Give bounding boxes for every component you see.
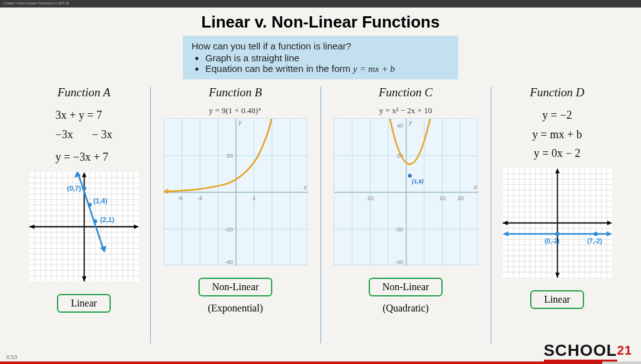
svg-text:x: x bbox=[303, 184, 307, 191]
svg-text:-10: -10 bbox=[366, 195, 374, 201]
svg-text:(0,-2): (0,-2) bbox=[545, 238, 560, 245]
svg-text:(7,-2): (7,-2) bbox=[587, 238, 602, 245]
divider-2 bbox=[320, 87, 321, 343]
svg-point-139 bbox=[593, 232, 598, 236]
fn-d-title: Function D bbox=[530, 86, 584, 99]
divider-1 bbox=[150, 87, 151, 343]
info-box: How can you tell if a function is linear… bbox=[183, 36, 458, 79]
fn-b-title: Function B bbox=[209, 86, 262, 99]
divider-3 bbox=[491, 87, 491, 343]
svg-text:(2,1): (2,1) bbox=[100, 216, 115, 223]
fn-d-graph: (0,-2) (7,-2) bbox=[503, 168, 612, 278]
svg-text:-6: -6 bbox=[178, 195, 183, 201]
fn-b-equation: y = 9(1 + 0.48)ˣ bbox=[209, 106, 262, 116]
fn-a-equations: 3x + y = 7 −3x− 3x y = −3x + 7 bbox=[56, 106, 113, 167]
svg-text:y: y bbox=[408, 119, 413, 126]
fn-d-badge: Linear bbox=[530, 290, 584, 309]
function-d: Function D y = −2 y = mx + b y = 0x − 2 bbox=[495, 86, 620, 343]
fn-c-graph: x y -101020 20-20 40-40 (1,9) bbox=[334, 118, 478, 265]
svg-text:(0,7): (0,7) bbox=[67, 185, 81, 192]
svg-point-48 bbox=[93, 219, 97, 223]
svg-text:10: 10 bbox=[439, 195, 446, 201]
fn-c-badge: Non-Linear bbox=[369, 278, 443, 296]
fn-b-subtype: (Exponential) bbox=[208, 303, 263, 314]
svg-text:-40: -40 bbox=[225, 259, 233, 265]
svg-marker-70 bbox=[164, 189, 168, 194]
page-title: Linear v. Non-Linear Functions bbox=[13, 8, 628, 36]
svg-text:y: y bbox=[238, 119, 242, 126]
svg-text:-40: -40 bbox=[395, 259, 403, 265]
function-c: Function C y = x² − 2x + 10 x y -101020 … bbox=[324, 86, 487, 343]
svg-text:4: 4 bbox=[252, 195, 255, 201]
svg-point-138 bbox=[555, 232, 560, 236]
slide-content: Linear v. Non-Linear Functions How can y… bbox=[0, 8, 641, 343]
video-timecode: 8:53 bbox=[6, 354, 18, 360]
fn-b-graph: x y -44 20-20 -40 -6 bbox=[163, 118, 307, 265]
svg-text:20: 20 bbox=[227, 153, 233, 159]
svg-text:-20: -20 bbox=[225, 226, 233, 233]
function-a: Function A 3x + y = 7 −3x− 3x y = −3x + … bbox=[21, 86, 146, 343]
svg-text:20: 20 bbox=[458, 195, 464, 201]
fn-b-badge: Non-Linear bbox=[198, 278, 273, 296]
fn-a-graph: (0,7) (1,4) (2,1) bbox=[29, 172, 139, 281]
svg-point-47 bbox=[87, 203, 91, 207]
fn-a-title: Function A bbox=[58, 86, 111, 99]
fn-d-equations: y = −2 y = mx + b y = 0x − 2 bbox=[532, 106, 582, 163]
fn-c-title: Function C bbox=[379, 86, 433, 99]
svg-point-90 bbox=[408, 174, 412, 178]
fn-c-subtype: (Quadratic) bbox=[382, 303, 429, 314]
svg-text:x: x bbox=[473, 184, 478, 191]
svg-text:(1,9): (1,9) bbox=[412, 178, 424, 185]
logo: SCHOOL21 bbox=[544, 341, 632, 360]
svg-text:(1,4): (1,4) bbox=[93, 197, 108, 205]
fn-a-badge: Linear bbox=[57, 294, 111, 313]
video-progress[interactable] bbox=[0, 361, 641, 364]
svg-text:40: 40 bbox=[397, 123, 403, 129]
columns: Function A 3x + y = 7 −3x− 3x y = −3x + … bbox=[13, 86, 628, 343]
window-titlebar: Linear v Non-Linear Functions 1 (8.F.3) bbox=[0, 0, 641, 8]
info-bullet-2: Equation can be written in the form y = … bbox=[205, 63, 449, 74]
info-question: How can you tell if a function is linear… bbox=[192, 41, 449, 51]
window-title: Linear v Non-Linear Functions 1 (8.F.3) bbox=[4, 1, 69, 5]
fn-c-equation: y = x² − 2x + 10 bbox=[379, 106, 432, 116]
info-bullet-1: Graph is a straight line bbox=[205, 53, 449, 63]
svg-text:-4: -4 bbox=[197, 195, 202, 201]
svg-text:-20: -20 bbox=[395, 226, 403, 233]
svg-point-46 bbox=[82, 186, 86, 191]
function-b: Function B y = 9(1 + 0.48)ˣ x y -44 20-2… bbox=[154, 86, 317, 343]
